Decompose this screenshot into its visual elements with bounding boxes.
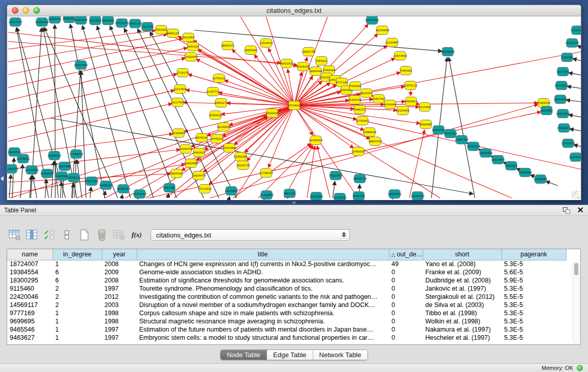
row-height-icon[interactable] xyxy=(60,228,74,242)
graph-node[interactable]: 16648794 xyxy=(441,48,455,56)
graph-node[interactable]: 13056221 xyxy=(209,111,222,120)
table-cell[interactable]: 9465546 xyxy=(7,325,53,334)
table-row[interactable]: 969969511998Structural magnetic resonanc… xyxy=(7,317,566,325)
graph-node[interactable]: 10973493 xyxy=(394,52,407,60)
graph-node[interactable]: 15720407 xyxy=(356,117,369,125)
delete-icon[interactable] xyxy=(95,228,108,242)
graph-node[interactable]: 18654371 xyxy=(221,41,234,50)
graph-node[interactable]: 16556738 xyxy=(353,174,366,183)
graph-node[interactable]: 9660125 xyxy=(167,29,179,38)
table-row[interactable]: 911546021997Tourette syndrome. Phenomeno… xyxy=(7,285,566,293)
graph-node[interactable]: 10453389 xyxy=(479,149,492,158)
graph-node[interactable]: 20206526 xyxy=(48,151,61,160)
select-all-icon[interactable]: ✓✓ xyxy=(43,228,56,242)
graph-node[interactable]: 9129946 xyxy=(561,53,573,62)
graph-node[interactable]: 6216099 xyxy=(384,100,396,109)
graph-node[interactable]: 11257713 xyxy=(206,87,220,96)
table-row[interactable]: 977716911998Corpus callosum shape and si… xyxy=(7,309,566,317)
table-cell[interactable]: 0 xyxy=(389,301,423,309)
graph-node[interactable]: 12093872 xyxy=(555,81,568,90)
graph-node[interactable]: 12213500 xyxy=(173,85,187,94)
graph-node[interactable]: 7515526 xyxy=(141,23,153,31)
table-cell[interactable]: 0 xyxy=(389,325,423,334)
graph-node[interactable]: 29053346 xyxy=(74,61,88,70)
column-header-name[interactable]: name xyxy=(7,249,53,260)
graph-node[interactable]: 20691406 xyxy=(35,18,49,27)
graph-node[interactable]: 11390159 xyxy=(7,165,18,173)
graph-node[interactable]: 11156829 xyxy=(25,166,38,174)
table-cell[interactable]: Hescheler et al. (1997) xyxy=(423,334,502,342)
table-cell[interactable]: 1998 xyxy=(102,317,137,325)
table-cell[interactable]: 22420046 xyxy=(7,293,53,301)
float-panel-icon[interactable] xyxy=(563,207,570,214)
graph-node[interactable]: 7625402 xyxy=(170,169,182,178)
graph-node[interactable]: 9887123 xyxy=(284,189,295,198)
table-cell[interactable]: Embryonic stem cells: a model to study s… xyxy=(137,334,389,342)
column-header-in_degree[interactable]: in_degree xyxy=(53,249,102,260)
graph-node[interactable]: 11223458 xyxy=(260,191,273,200)
graph-node[interactable]: 10653327 xyxy=(74,16,88,25)
graph-node[interactable]: 14567098 xyxy=(518,168,532,177)
graph-node[interactable]: 16961758 xyxy=(302,48,315,56)
table-cell[interactable]: 0 xyxy=(389,285,423,293)
graph-node[interactable]: 9297588 xyxy=(58,162,70,171)
table-cell[interactable]: 0 xyxy=(389,293,423,301)
graph-node[interactable]: 14854082 xyxy=(244,46,257,55)
graph-node[interactable]: 18807255 xyxy=(368,137,382,146)
table-selector-dropdown[interactable]: citations_edges.txt xyxy=(150,229,350,241)
graph-node[interactable]: 9457791 xyxy=(163,184,175,192)
graph-node[interactable]: 14223567 xyxy=(329,171,342,180)
graph-node[interactable]: 15567234 xyxy=(467,142,481,151)
table-cell[interactable]: 2008 xyxy=(102,260,137,268)
close-panel-icon[interactable]: ✕ xyxy=(577,207,584,214)
table-cell[interactable]: 9777169 xyxy=(7,309,53,317)
graph-node[interactable]: 9056712 xyxy=(353,192,364,201)
graph-node[interactable]: 9215953 xyxy=(540,106,552,115)
graph-node[interactable]: 16236644 xyxy=(217,123,231,132)
graph-node[interactable]: 12975115 xyxy=(404,81,417,90)
graph-node[interactable]: 12323445 xyxy=(133,190,146,199)
table-cell[interactable]: 2012 xyxy=(102,293,137,301)
table-cell[interactable]: Dudbridge et al. (2008) xyxy=(423,276,502,285)
table-row[interactable]: 1830029562008Estimation of significance … xyxy=(7,276,566,285)
graph-node[interactable]: 20852277 xyxy=(214,99,228,107)
graph-node[interactable]: 11675334 xyxy=(569,153,581,162)
graph-node[interactable]: 6466160 xyxy=(102,16,114,25)
table-cell[interactable]: 5.3E-5 xyxy=(502,317,566,325)
graph-node[interactable]: 1654334 xyxy=(187,42,199,51)
table-cell[interactable]: 1997 xyxy=(102,285,137,293)
table-cell[interactable]: 2008 xyxy=(102,276,137,285)
table-cell[interactable]: 5.3E-5 xyxy=(502,285,566,293)
graph-node[interactable]: 12942757 xyxy=(40,169,54,178)
graph-node[interactable]: 12213967 xyxy=(385,38,399,47)
column-header-short[interactable]: short xyxy=(423,249,502,260)
table-scrollbar[interactable] xyxy=(573,261,579,343)
table-cell[interactable]: Structural magnetic resonance image aver… xyxy=(137,317,389,325)
graph-node[interactable]: 16914479 xyxy=(192,171,205,180)
table-cell[interactable]: 0 xyxy=(389,268,423,276)
table-cell[interactable]: de Silva et al. (2003) xyxy=(423,301,502,309)
new-column-icon[interactable] xyxy=(78,228,91,242)
graph-node[interactable]: 19166852 xyxy=(172,129,185,138)
graph-node[interactable]: 15713343 xyxy=(198,185,211,193)
network-view-window[interactable]: citations_edges.txt 18724007183002951938… xyxy=(7,5,581,200)
table-cell[interactable]: 19384554 xyxy=(7,268,53,276)
table-cell[interactable]: Genome-wide association studies in ADHD. xyxy=(137,268,389,276)
table-row[interactable]: 1938455462009Genome-wide association stu… xyxy=(7,268,566,276)
graph-node[interactable]: 26876432 xyxy=(365,16,379,25)
graph-node[interactable]: 16822037 xyxy=(280,59,293,68)
table-cell[interactable]: 1997 xyxy=(102,334,137,342)
graph-node[interactable]: 9934521 xyxy=(505,162,517,170)
table-cell[interactable]: 5.3E-5 xyxy=(502,325,566,334)
graph-node[interactable]: 24055724 xyxy=(9,18,23,27)
graph-node[interactable]: 10339847 xyxy=(225,187,238,195)
graph-node[interactable]: 17957253 xyxy=(85,177,98,186)
column-header-title[interactable]: title xyxy=(137,249,389,260)
table-cell[interactable]: 1 xyxy=(53,260,102,268)
table-settings-icon[interactable] xyxy=(8,228,21,242)
window-titlebar[interactable]: citations_edges.txt xyxy=(7,5,581,16)
column-header-out_de[interactable]: △out_de… xyxy=(389,249,423,260)
table-cell[interactable]: 5.5E-5 xyxy=(502,293,566,301)
table-row[interactable]: 1456911722003Disruption of a novel membe… xyxy=(7,301,566,309)
graph-node[interactable]: 10688609 xyxy=(363,128,376,137)
